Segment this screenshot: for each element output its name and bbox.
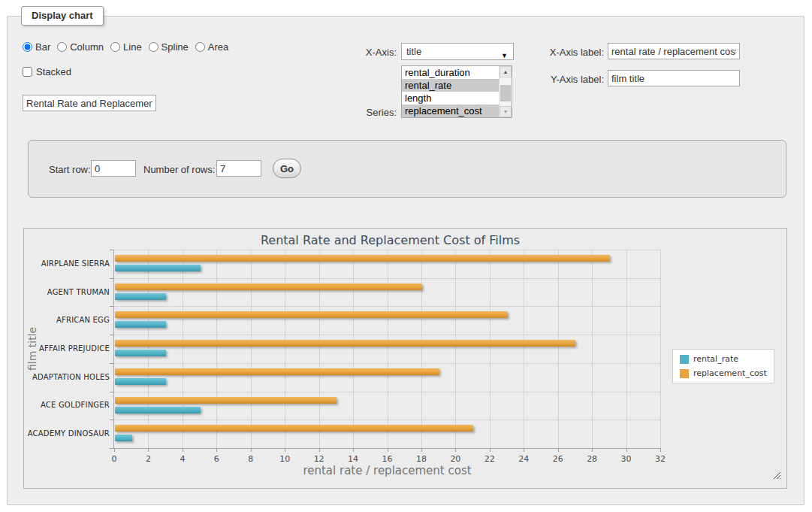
chart-type-option-line[interactable]: Line bbox=[110, 41, 142, 53]
x-tick-mark bbox=[216, 449, 217, 452]
category-label: AGENT TRUMAN bbox=[27, 288, 110, 296]
x-tick-label: 28 bbox=[581, 454, 603, 464]
number-of-rows-label: Number of rows: bbox=[143, 164, 215, 175]
x-gridline bbox=[183, 250, 183, 448]
scrollbar-thumb[interactable] bbox=[500, 85, 511, 101]
category-label: ACADEMY DINOSAUR bbox=[27, 429, 110, 438]
x-gridline bbox=[626, 250, 627, 448]
rental_rate-bar[interactable] bbox=[115, 293, 166, 300]
x-tick-label: 8 bbox=[240, 454, 262, 464]
x-gridline bbox=[216, 250, 217, 448]
chart-type-option-area[interactable]: Area bbox=[195, 41, 228, 53]
line-radio[interactable] bbox=[110, 42, 120, 52]
x-axis-select[interactable]: title ▼ bbox=[401, 43, 514, 60]
column-radio[interactable] bbox=[57, 42, 67, 52]
chart-legend: rental_ratereplacement_cost bbox=[672, 349, 774, 383]
rental_rate-bar[interactable] bbox=[115, 435, 132, 441]
x-gridline bbox=[592, 250, 593, 448]
x-axis-label-input[interactable] bbox=[608, 43, 740, 59]
legend-item[interactable]: rental_rate bbox=[680, 354, 767, 364]
start-row-input[interactable] bbox=[91, 160, 136, 177]
x-axis-label-field-label: X-Axis label: bbox=[541, 47, 604, 58]
x-tick-mark bbox=[353, 449, 354, 452]
x-tick-label: 30 bbox=[615, 454, 638, 464]
y-gridline bbox=[114, 306, 660, 307]
app-screen: Display chart Bar Column Line Spline Are… bbox=[0, 0, 812, 512]
chart-type-radio-group: Bar Column Line Spline Area bbox=[23, 41, 228, 53]
y-axis-line bbox=[113, 250, 114, 449]
x-tick-mark bbox=[660, 449, 661, 452]
legend-swatch-icon bbox=[680, 355, 689, 364]
number-of-rows-input[interactable] bbox=[216, 160, 261, 177]
replacement_cost-bar[interactable] bbox=[115, 397, 337, 404]
x-tick-mark bbox=[421, 449, 422, 452]
rows-panel: Start row: Number of rows: Go bbox=[28, 140, 786, 198]
scroll-up-button[interactable]: ▲ bbox=[500, 66, 512, 77]
chart-type-option-column[interactable]: Column bbox=[57, 41, 104, 53]
bar-radio-label: Bar bbox=[35, 41, 50, 53]
scroll-down-button[interactable]: ▼ bbox=[500, 106, 512, 117]
rental_rate-bar[interactable] bbox=[115, 265, 201, 271]
listbox-scrollbar[interactable]: ▲ ▼ bbox=[499, 66, 512, 117]
rental_rate-bar[interactable] bbox=[115, 321, 166, 328]
series-option[interactable]: rental_duration bbox=[402, 66, 499, 79]
column-radio-label: Column bbox=[70, 41, 104, 53]
x-gridline bbox=[353, 250, 354, 448]
area-radio-label: Area bbox=[208, 41, 228, 53]
x-tick-mark bbox=[455, 449, 456, 452]
y-tick-mark bbox=[110, 420, 114, 420]
go-button[interactable]: Go bbox=[273, 159, 301, 178]
select-dropdown-arrow-icon: ▼ bbox=[501, 48, 508, 64]
legend-item[interactable]: replacement_cost bbox=[680, 368, 767, 378]
spline-radio[interactable] bbox=[149, 42, 158, 52]
stacked-option[interactable]: Stacked bbox=[23, 66, 71, 77]
replacement_cost-bar[interactable] bbox=[115, 283, 422, 290]
area-radio[interactable] bbox=[195, 42, 205, 52]
replacement_cost-bar[interactable] bbox=[115, 311, 508, 318]
x-tick-label: 24 bbox=[512, 454, 535, 464]
y-axis-label-input[interactable] bbox=[608, 70, 740, 86]
y-axis-label-field-label: Y-Axis label: bbox=[541, 74, 604, 85]
chart-title-input[interactable] bbox=[23, 95, 156, 111]
chart-container: Rental Rate and Replacement Cost of Film… bbox=[23, 228, 787, 489]
replacement_cost-bar[interactable] bbox=[115, 368, 439, 375]
rental_rate-bar[interactable] bbox=[115, 407, 201, 414]
replacement_cost-bar[interactable] bbox=[115, 340, 575, 347]
replacement_cost-bar[interactable] bbox=[115, 255, 610, 262]
x-tick-label: 16 bbox=[376, 454, 399, 464]
x-tick-label: 18 bbox=[410, 454, 433, 464]
x-tick-label: 0 bbox=[103, 454, 125, 464]
x-tick-mark bbox=[319, 449, 320, 452]
chart-type-option-spline[interactable]: Spline bbox=[149, 41, 189, 53]
legend-item-label: replacement_cost bbox=[693, 368, 767, 378]
x-tick-label: 6 bbox=[205, 454, 228, 464]
stacked-label: Stacked bbox=[36, 66, 71, 77]
series-option[interactable]: rental_rate bbox=[402, 79, 499, 92]
chart-type-option-bar[interactable]: Bar bbox=[23, 41, 50, 53]
category-label: ADAPTATION HOLES bbox=[27, 373, 110, 381]
x-axis-select-label: X-Axis: bbox=[352, 47, 397, 58]
stacked-checkbox[interactable] bbox=[23, 67, 32, 77]
legend-item-label: rental_rate bbox=[693, 354, 738, 364]
y-tick-mark bbox=[110, 448, 114, 449]
y-gridline bbox=[114, 420, 660, 420]
series-option[interactable]: replacement_cost bbox=[402, 105, 499, 117]
x-gridline bbox=[285, 250, 285, 448]
bar-radio[interactable] bbox=[23, 42, 32, 52]
rental_rate-bar[interactable] bbox=[115, 378, 166, 385]
y-tick-mark bbox=[110, 250, 114, 250]
y-tick-mark bbox=[110, 278, 114, 279]
series-option[interactable]: length bbox=[402, 92, 499, 105]
line-radio-label: Line bbox=[123, 41, 142, 53]
category-label: AIRPLANE SIERRA bbox=[27, 259, 110, 268]
x-tick-label: 32 bbox=[649, 454, 672, 464]
rental_rate-bar[interactable] bbox=[115, 350, 166, 356]
x-tick-mark bbox=[388, 449, 388, 452]
x-gridline bbox=[319, 250, 320, 448]
x-tick-label: 26 bbox=[547, 454, 569, 464]
series-listbox[interactable]: rental_durationrental_ratelengthreplacem… bbox=[401, 65, 512, 118]
y-gridline bbox=[114, 392, 660, 392]
replacement_cost-bar[interactable] bbox=[115, 425, 473, 432]
series-options: rental_durationrental_ratelengthreplacem… bbox=[402, 66, 499, 117]
resize-handle-icon[interactable] bbox=[773, 471, 781, 480]
